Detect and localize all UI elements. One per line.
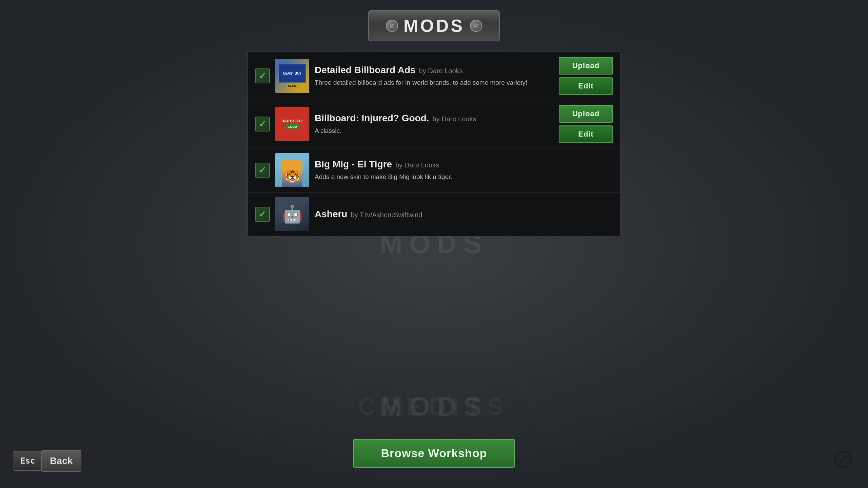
mod-1-checkbox[interactable]: ✓ (255, 68, 270, 83)
mod-3-description: Adds a new skin to make Big Mig look lik… (315, 172, 552, 182)
mod-1-upload-button[interactable]: Upload (559, 57, 613, 75)
checkmark-icon: ✓ (259, 210, 266, 219)
mod-1-author: by Dare Looks (419, 67, 463, 75)
mod-3-info: Big Mig - El Tigre by Dare Looks Adds a … (315, 159, 613, 182)
mod-1-edit-button[interactable]: Edit (559, 77, 613, 95)
mod-1-title-row: Detailed Billboard Ads by Dare Looks (315, 65, 553, 76)
mod-2-info: Billboard: Injured? Good. by Dare Looks … (315, 113, 553, 136)
mod-2-upload-button[interactable]: Upload (559, 105, 613, 123)
mod-1-actions: Upload Edit (559, 57, 613, 95)
mod-3-checkbox[interactable]: ✓ (255, 163, 270, 178)
mod-2-author: by Dare Looks (433, 115, 476, 123)
side-decorative-icon: ⊘ (832, 443, 854, 474)
mod-1-name: Detailed Billboard Ads (315, 65, 416, 76)
mod-4-author: by T.tv/AsheruSwiftwind (351, 211, 422, 219)
mods-panel: ✓ BEAST BUY $9,999 Detailed Billboard Ad… (248, 52, 620, 237)
checkmark-icon: ✓ (259, 166, 266, 175)
mod-3-name: Big Mig - El Tigre (315, 159, 392, 170)
mod-1-description: Three detailed billboard ads for in-worl… (315, 78, 552, 87)
mod-2-actions: Upload Edit (559, 105, 613, 143)
mod-item: ✓ BEAST BUY $9,999 Detailed Billboard Ad… (248, 52, 620, 100)
billboard-ads-thumb: BEAST BUY $9,999 (275, 59, 309, 93)
bigmig-thumb (275, 153, 309, 187)
bottom-bar: Browse Workshop (0, 439, 868, 468)
mod-3-author: by Dare Looks (395, 161, 439, 169)
mod-2-thumbnail: INJURED? GOOD (275, 107, 309, 141)
injured-thumb: INJURED? GOOD (275, 107, 309, 141)
mod-1-thumbnail: BEAST BUY $9,999 (275, 59, 309, 93)
mod-4-info: Asheru by T.tv/AsheruSwiftwind (315, 209, 613, 220)
mod-4-checkbox[interactable]: ✓ (255, 207, 270, 222)
mod-item: ✓ INJURED? GOOD Billboard: Injured? Good… (248, 100, 620, 148)
main-container: ⊘ MODS ⊘ ✓ BEAST BUY $9,999 Detailed Bi (0, 0, 868, 488)
mod-1-info: Detailed Billboard Ads by Dare Looks Thr… (315, 65, 553, 87)
mod-item: ✓ Big Mig - El Tigre by Dare Looks Adds … (248, 148, 620, 192)
mod-3-thumbnail (275, 153, 309, 187)
mod-2-title-row: Billboard: Injured? Good. by Dare Looks (315, 113, 553, 124)
mods-left-icon: ⊘ (386, 20, 398, 32)
mod-item: ✓ Asheru by T.tv/AsheruSwiftwind (248, 192, 620, 236)
back-label: Back (42, 450, 81, 472)
mod-2-checkbox[interactable]: ✓ (255, 117, 270, 131)
checkmark-icon: ✓ (259, 72, 266, 80)
back-button-container: Esc Back (14, 450, 81, 472)
mod-2-name: Billboard: Injured? Good. (315, 113, 429, 124)
mod-4-title-row: Asheru by T.tv/AsheruSwiftwind (315, 209, 613, 220)
mod-2-edit-button[interactable]: Edit (559, 125, 613, 143)
esc-key-label: Esc (14, 451, 42, 471)
mod-4-name: Asheru (315, 209, 347, 220)
mod-2-description: A classic. (315, 126, 552, 136)
title-bar: ⊘ MODS ⊘ (368, 10, 500, 41)
asheru-thumb (275, 197, 309, 231)
mods-right-icon: ⊘ (470, 20, 482, 32)
browse-workshop-button[interactable]: Browse Workshop (353, 439, 515, 468)
checkmark-icon: ✓ (259, 120, 266, 128)
mod-3-title-row: Big Mig - El Tigre by Dare Looks (315, 159, 613, 170)
back-button[interactable]: Esc Back (14, 450, 81, 472)
mod-4-thumbnail (275, 197, 309, 231)
title-badge: ⊘ MODS ⊘ (368, 10, 500, 41)
page-title: MODS (403, 16, 465, 36)
